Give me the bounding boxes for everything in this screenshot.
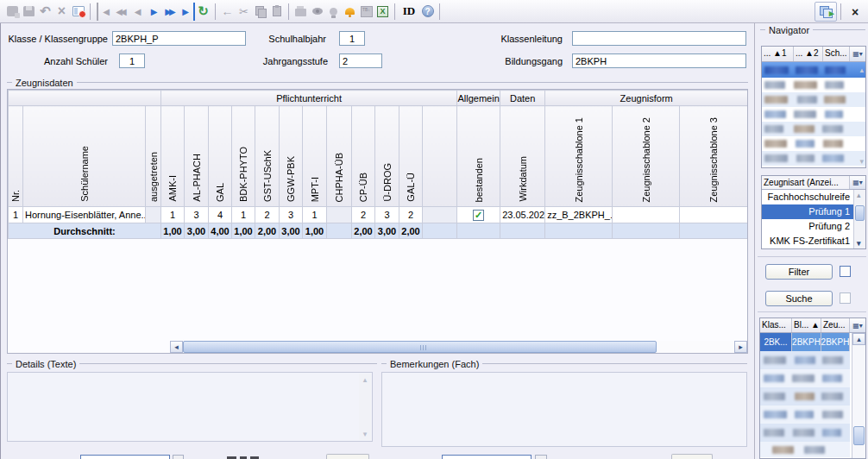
zeugnisart-column-header[interactable]: Zeugnisart (Anzei... [762,176,850,189]
save-button[interactable] [21,3,37,21]
suche-checkbox[interactable] [840,292,851,304]
fast-next-button[interactable]: ▶▶ [162,3,179,21]
column-header-nr[interactable]: Nr. [9,106,23,207]
klassen-column-header[interactable]: Bl... ▲ [792,318,821,332]
scroll-up-icon[interactable]: ▴ [857,191,861,199]
jahrgangsstufe-input[interactable] [339,53,382,68]
bemerkungen-textarea[interactable] [381,372,747,447]
fast-previous-button[interactable]: ◀◀ [113,3,129,21]
suche-button[interactable]: Suche [765,291,833,306]
cell-grade[interactable]: 2 [352,207,375,223]
notification-button[interactable] [342,3,358,21]
column-header-subject[interactable]: BDK-PHYTO [232,106,255,207]
cell-grade[interactable]: 3 [375,207,399,223]
column-header-wirkdatum[interactable]: Wirkdatum [500,106,545,207]
zeugnisart-scrollbar[interactable]: ▴ ▾ [853,190,865,248]
cell-wirkdatum[interactable]: 23.05.2025 [500,207,545,223]
details-textarea[interactable]: ▴ ▾ [7,372,373,442]
klassen-row-selected[interactable]: 2BK... 2BKPH 2BKPH [760,333,865,351]
column-header-schablone1[interactable]: Zeugnisschablone 1 [545,106,613,207]
preview-button[interactable] [309,3,325,21]
help-button[interactable]: ? [419,3,436,21]
column-header-subject[interactable]: CP-ÜB [352,106,375,207]
zeugnisart-item[interactable]: Prüfung 2 [762,219,853,234]
column-header-subject[interactable]: GAL-Ü [399,106,423,207]
scrollbar-thumb[interactable] [183,341,657,353]
details-scrollbar[interactable]: ▴ ▾ [359,374,371,440]
scroll-down-icon[interactable]: ▾ [363,428,368,440]
klassen-scrollbar[interactable]: ▴ [852,333,865,458]
navigator-column-header[interactable]: Sch... [823,47,850,61]
first-record-button[interactable]: ◀ [97,3,113,21]
bildungsgang-input[interactable] [572,53,746,68]
column-header-subject[interactable]: CHPHA-ÜB [327,106,352,207]
previous-record-button[interactable]: ◀ [129,3,146,21]
filter-button[interactable]: Filter [765,264,833,280]
id-button[interactable]: ID [399,3,419,21]
navigator-scroll-down-icon[interactable]: ▾ [859,157,864,166]
cell-schuelername[interactable]: Hornung-Eisenblätter, Anne... [23,207,146,223]
cell-grade[interactable]: 2 [399,207,423,223]
student-row[interactable]: 1 Hornung-Eisenblätter, Anne... 1 3 4 1 … [9,207,748,223]
scroll-right-button[interactable]: ▸ [734,341,747,353]
column-header-subject[interactable]: AL-PHACH [185,106,209,207]
cell-ausgetreten[interactable] [146,207,161,223]
cell-bestanden[interactable]: ✓ [457,207,500,223]
zeugnisart-grid-menu-button[interactable]: ▦▾ [850,176,865,189]
delete-button[interactable]: × [53,3,70,21]
navigator-scroll-up-icon[interactable]: ▴ [859,66,864,74]
bottom-small-button-partial[interactable] [173,455,184,459]
zeugnisart-item[interactable]: Fachhochschulreife [762,190,853,204]
undo-button[interactable]: ↶ [37,3,53,21]
filter-checkbox[interactable] [840,266,851,277]
print-button[interactable] [292,3,309,21]
klassen-grid-menu-button[interactable]: ▦▾ [850,318,865,332]
schulhalbjahr-input[interactable] [339,31,365,46]
scrollbar-thumb[interactable] [853,426,865,445]
klassen-row-redacted[interactable] [760,406,850,424]
navigator-column-header[interactable]: ... ▲1 [762,47,794,61]
cell-schablone2[interactable] [613,207,680,223]
zeugnisart-item-selected[interactable]: Prüfung 1 [762,204,853,219]
column-header-subject[interactable]: GAL [209,106,232,207]
navigator-row-redacted[interactable] [762,107,865,122]
cell-schablone3[interactable] [680,207,748,223]
tb-import-button[interactable]: TB↓ [358,3,374,21]
bottom-button-partial[interactable] [671,454,713,459]
cell-grade[interactable]: 4 [209,207,232,223]
cell-grade[interactable]: 1 [232,207,255,223]
close-button[interactable]: × [845,3,865,21]
cell-grade[interactable]: 1 [161,207,185,223]
last-record-button[interactable]: ▶ [179,3,195,21]
navigator-column-header[interactable]: ... ▲2 [794,47,823,61]
klassen-cell[interactable]: 2BKPH [792,333,821,351]
paste-button[interactable] [268,3,285,21]
zeugnisart-item[interactable]: KMK FS-Zertifikat1 [762,234,853,248]
cell-grade[interactable]: 1 [303,207,327,223]
scrollbar-track[interactable] [657,341,734,353]
navigator-row-redacted[interactable] [762,78,865,92]
cell-nr[interactable]: 1 [9,207,23,223]
refresh-button[interactable]: ↻ [195,3,211,21]
excel-export-button[interactable]: X [374,3,391,21]
klassen-row-redacted[interactable] [760,387,850,406]
scrollbar-thumb[interactable] [855,205,865,221]
column-header-subject[interactable]: GST-USchK [255,106,280,207]
navigator-row-redacted[interactable] [762,92,865,107]
klassen-cell[interactable]: 2BKPH [821,333,850,351]
navigator-row-redacted[interactable] [762,122,865,136]
cell-grade[interactable] [327,207,352,223]
klassen-row-redacted[interactable] [760,351,850,369]
bestanden-checkbox[interactable]: ✓ [473,210,484,221]
klassenleitung-input[interactable] [572,31,746,46]
new-record-button[interactable] [4,3,21,21]
column-header-subject[interactable]: Ü-DROG [375,106,399,207]
cell-grade[interactable]: 3 [280,207,303,223]
bottom-combobox-partial[interactable] [80,455,170,459]
bottom-small-button-partial[interactable] [535,455,547,459]
anzahl-schueler-input[interactable] [119,53,145,68]
grid-horizontal-scrollbar[interactable]: ◂ ▸ [170,341,747,353]
klassen-row-redacted[interactable] [760,424,850,442]
klassen-column-header[interactable]: Zeu... [821,318,850,332]
klassen-column-header[interactable]: Klas... [760,318,792,332]
